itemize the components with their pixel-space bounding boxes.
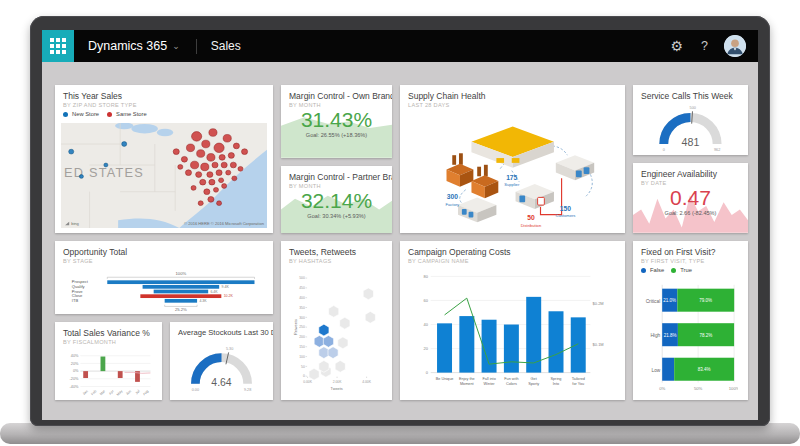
supply-chain-svg: 175Supplier300Factory150Customers50Distr…	[412, 113, 612, 230]
app-name[interactable]: Dynamics 365	[88, 39, 167, 53]
kpi-value: 31.43%	[289, 109, 384, 131]
map-legend: New Store Same Store	[63, 111, 265, 117]
svg-text:78.2%: 78.2%	[700, 333, 713, 338]
kpi-value: 32.14%	[289, 190, 384, 212]
svg-text:Aug: Aug	[142, 389, 149, 396]
legend-label-new-store: New Store	[72, 111, 99, 117]
help-icon[interactable]: ?	[701, 39, 708, 53]
campaign-costs-chart[interactable]: 0 20 40 60 80$0.2M$0.1MBe UniqueEnjoy th…	[406, 271, 619, 398]
distribution-warehouse-icon	[516, 184, 554, 209]
svg-text:10.2K: 10.2K	[224, 294, 234, 298]
top-nav: Dynamics 365 ⌄ Sales ⚙ ?	[42, 30, 758, 62]
opportunity-funnel-chart[interactable]: 100% Prospect Qualify 9.4KProve 6.4KClos…	[61, 271, 267, 312]
tile-margin-own-brands[interactable]: Margin Control - Own Brands BY MONTH 31.…	[281, 85, 392, 158]
sales-variance-chart[interactable]: 40% 20% 0% -20% -40%JanFebMarAprMayJunJu…	[61, 350, 156, 398]
svg-text:50: 50	[527, 214, 535, 221]
svg-text:Tailored: Tailored	[571, 377, 584, 381]
svg-text:300: 300	[447, 193, 458, 200]
waffle-icon	[50, 38, 66, 54]
legend-dot-false	[641, 268, 646, 273]
stockouts-gauge[interactable]: 5.30 4.64 0.00 9.28	[178, 340, 265, 398]
dashboard-canvas: This Year Sales BY ZIP AND STORE TYPE Ne…	[42, 62, 758, 420]
nav-item-sales[interactable]: Sales	[211, 39, 241, 53]
svg-text:May: May	[116, 389, 124, 397]
svg-text:Spring: Spring	[550, 377, 561, 381]
tile-tweets-retweets[interactable]: Tweets, Retweets BY HASHTAGS 0 50 100 15…	[281, 241, 392, 400]
svg-text:100%: 100%	[729, 386, 738, 391]
svg-text:0.00K: 0.00K	[303, 380, 313, 384]
svg-text:Moment: Moment	[460, 382, 475, 386]
svg-text:Jun: Jun	[125, 389, 132, 396]
svg-text:Tweets: Tweets	[331, 387, 343, 391]
tile-subtitle: BY ZIP AND STORE TYPE	[63, 102, 265, 108]
tile-opportunity-total[interactable]: Opportunity Total BY STAGE 100% Prospect…	[55, 241, 273, 314]
svg-text:0%: 0%	[659, 386, 665, 391]
svg-text:150: 150	[300, 345, 306, 349]
fixed-visit-legend: False True	[641, 267, 740, 273]
fixed-visit-chart[interactable]: 0% 50% 100%Critical 21.0%79.0%High 21.8%…	[639, 281, 742, 398]
tile-this-year-sales[interactable]: This Year Sales BY ZIP AND STORE TYPE Ne…	[55, 85, 273, 233]
svg-text:Fall into: Fall into	[482, 377, 495, 381]
svg-text:Distribution: Distribution	[521, 223, 542, 228]
tile-subtitle: BY CAMPAIGN NAME	[408, 258, 617, 264]
tile-supply-chain-health[interactable]: Supply Chain Health LAST 28 DAYS	[400, 85, 625, 233]
kpi-value: 0.47	[641, 187, 740, 209]
kpi-goal: Goal: 30.34% (+5.93%)	[289, 213, 384, 219]
tile-average-stockouts[interactable]: Average Stockouts Last 30 Days 5.30 4.64…	[170, 322, 273, 400]
tile-service-calls[interactable]: Service Calls This Week 500 481 0 962	[633, 85, 748, 155]
map-attribution: © 2016 HERE © 2016 Microsoft Corporation	[184, 221, 264, 226]
svg-text:Critical: Critical	[646, 299, 661, 304]
sales-map[interactable]: ED STATES bing © 2016 HERE © 2016 Micros…	[61, 123, 267, 228]
tile-campaign-costs[interactable]: Campaign Operating Costs BY CAMPAIGN NAM…	[400, 241, 625, 400]
tile-sales-variance[interactable]: Total Sales Variance % BY FISCALMONTH 40…	[55, 322, 162, 400]
svg-text:25.2%: 25.2%	[175, 307, 187, 312]
legend-dot-new-store	[63, 112, 68, 117]
svg-text:20: 20	[423, 346, 428, 351]
svg-text:50: 50	[301, 365, 305, 369]
tile-title: Service Calls This Week	[641, 91, 740, 101]
svg-text:Factory: Factory	[446, 202, 461, 207]
kpi-goal: Goal: 26.55% (+18.36%)	[289, 132, 384, 138]
svg-text:500: 500	[690, 106, 696, 110]
svg-text:9.28: 9.28	[244, 388, 251, 392]
svg-text:21.8%: 21.8%	[664, 333, 677, 338]
screenshot-stage: Dynamics 365 ⌄ Sales ⚙ ?	[0, 0, 800, 446]
legend-dot-true	[671, 268, 676, 273]
supply-chain-diagram[interactable]: 175Supplier300Factory150Customers50Distr…	[406, 113, 619, 230]
tile-subtitle: BY FISCALMONTH	[63, 339, 154, 345]
app-launcher-button[interactable]	[42, 30, 74, 62]
svg-text:Supplier: Supplier	[504, 182, 520, 187]
tile-title: Fixed on First Visit?	[641, 247, 740, 257]
svg-text:4.00K: 4.00K	[363, 380, 373, 384]
svg-text:250: 250	[300, 325, 306, 329]
avatar-person-icon	[724, 35, 746, 57]
svg-text:Sporty: Sporty	[528, 382, 539, 386]
tile-title: Margin Control - Own Brands	[289, 91, 384, 101]
svg-text:0: 0	[425, 370, 428, 375]
map-country-label: ED STATES	[64, 167, 144, 181]
svg-text:300: 300	[300, 316, 306, 320]
tile-engineer-availability[interactable]: Engineer Availability BY DATE 0.47 Goal:…	[633, 163, 748, 233]
settings-gear-icon[interactable]: ⚙	[670, 38, 683, 54]
svg-text:100: 100	[300, 355, 306, 359]
screen: Dynamics 365 ⌄ Sales ⚙ ?	[42, 30, 758, 420]
tile-title: Margin Control - Partner Brands	[289, 172, 384, 182]
svg-text:Be Unique: Be Unique	[435, 377, 453, 381]
device-frame: Dynamics 365 ⌄ Sales ⚙ ?	[30, 16, 770, 426]
svg-text:Into: Into	[552, 382, 558, 386]
chevron-down-icon[interactable]: ⌄	[172, 41, 180, 51]
svg-text:Jul: Jul	[134, 389, 140, 395]
svg-text:0: 0	[663, 148, 665, 152]
factory-icons	[447, 153, 499, 198]
map-provider: bing	[71, 221, 79, 226]
tile-title: Engineer Availability	[641, 169, 740, 179]
warehouse-main-icon	[472, 126, 554, 167]
tile-fixed-first-visit[interactable]: Fixed on First Visit? BY FIRST VISIT, TY…	[633, 241, 748, 400]
svg-text:Winter: Winter	[483, 382, 495, 386]
tile-margin-partner-brands[interactable]: Margin Control - Partner Brands BY MONTH…	[281, 166, 392, 233]
tweets-hexbin-chart[interactable]: 0 50 100 150 200 250 300 350 400 450 500…	[287, 269, 386, 398]
tile-title: Opportunity Total	[63, 247, 265, 257]
service-calls-gauge[interactable]: 500 481 0 962	[641, 105, 740, 153]
svg-text:40%: 40%	[71, 354, 79, 358]
user-avatar[interactable]	[724, 35, 746, 57]
